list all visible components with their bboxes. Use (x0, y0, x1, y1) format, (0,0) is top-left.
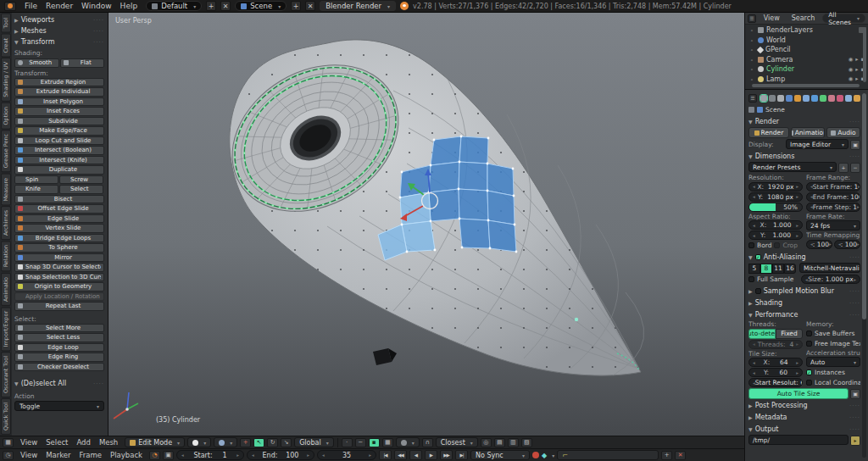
toolshelf-tab[interactable]: Archimes (1, 206, 11, 240)
toolshelf-tab[interactable]: Shading / UV (1, 58, 11, 102)
free-images-checkbox[interactable] (806, 341, 812, 347)
outliner-item[interactable]: ∘ GPencil ◉ ▸ ▪ (750, 45, 866, 55)
opengl-render-icon[interactable]: ▤ (494, 438, 505, 447)
add-scene-button[interactable]: + (291, 1, 301, 11)
expand-icon[interactable]: ∘ (750, 76, 755, 82)
scene-select[interactable]: Scene ▾ (235, 1, 287, 11)
aa-sample-button[interactable]: 8 (760, 264, 772, 274)
tool-button[interactable]: Mirror (14, 253, 104, 263)
insert-keyframe-icon[interactable]: + (661, 451, 672, 460)
outliner-item[interactable]: ∘ Camera ◉ ▸ ▪ (750, 55, 866, 65)
viewport-menu-item[interactable]: Mesh (95, 438, 122, 447)
editor-type-icon[interactable]: ▦ (3, 438, 14, 447)
tool-button[interactable]: Make Edge/Face (14, 126, 104, 136)
tool-button[interactable]: Intersect (Knife) (14, 156, 104, 165)
tool-button[interactable]: Edge Loop (14, 343, 104, 353)
deselect-all-panel-header[interactable]: ▼ (De)select All ···· (14, 378, 104, 389)
delete-keyframe-icon[interactable]: ✕ (675, 451, 686, 460)
snap-element-select[interactable]: Closest▾ (436, 437, 478, 447)
start-frame-field[interactable]: ◂Start Frame:1▸ (806, 182, 860, 192)
shade-flat-button[interactable]: Flat (60, 58, 105, 68)
play-button[interactable]: ▶ (425, 450, 437, 460)
tool-button[interactable]: Extrude Region (14, 78, 104, 87)
menu-item[interactable]: File (20, 2, 42, 10)
aa-sample-button[interactable]: 11 (772, 264, 784, 274)
properties-scrollbar[interactable] (862, 93, 866, 458)
tool-button[interactable]: Subdivide (14, 117, 104, 126)
delete-layout-button[interactable]: ✕ (220, 1, 231, 11)
resolution-y-field[interactable]: ◂Y:1080 px▸ (748, 192, 803, 202)
timeline-menu-item[interactable]: Frame (75, 451, 106, 459)
camera-object[interactable] (373, 348, 392, 365)
add-preset-button[interactable]: + (838, 163, 849, 173)
expand-icon[interactable]: ∘ (750, 47, 755, 53)
visibility-icon[interactable]: ◉ (849, 56, 854, 63)
aa-sample-button[interactable]: 5 (748, 264, 760, 274)
snap-magnet-icon[interactable]: ∩ (422, 438, 433, 447)
output-path-field[interactable]: /tmp/ (748, 435, 849, 445)
properties-editor-icon[interactable]: ☰ (748, 94, 757, 103)
tool-button[interactable]: Spin (14, 175, 58, 185)
orientation-select[interactable]: Global▾ (294, 437, 334, 447)
selectability-icon[interactable]: ▸ (855, 66, 858, 73)
metadata-panel-header[interactable]: ▶Metadata ···· (748, 412, 860, 423)
render-engine-select[interactable]: Blender Render ▾ (320, 1, 396, 11)
manipulator-axes-icon[interactable]: + (240, 438, 251, 447)
post-processing-panel-header[interactable]: ▶Post Processing ···· (748, 400, 860, 411)
lock-time-icon[interactable]: ▣ (163, 451, 174, 460)
active-keying-set-field[interactable]: ⌐ (557, 450, 659, 460)
sync-mode-select[interactable]: No Sync▾ (470, 450, 530, 460)
acceleration-select[interactable]: Auto▾ (806, 357, 860, 367)
frame-step-field[interactable]: ◂Frame Step:1▸ (806, 203, 860, 212)
resolution-scale-slider[interactable]: 50% (748, 203, 803, 212)
expand-icon[interactable]: ∘ (750, 27, 755, 33)
render-panel-header[interactable]: ▼Render ···· (748, 116, 860, 127)
rotate-manipulator-icon[interactable]: ↻ (267, 438, 278, 447)
threads-fixed-button[interactable]: Fixed (776, 329, 803, 339)
timeline-editor-icon[interactable]: ◷ (3, 451, 14, 460)
outliner-hscrollbar[interactable] (752, 84, 860, 87)
outliner-item[interactable]: ∘ Lamp ◉ ▸ ▪ (750, 75, 866, 85)
tool-button[interactable]: Edge Ring (14, 353, 104, 362)
properties-tab-icon[interactable] (803, 95, 810, 102)
delete-scene-button[interactable]: ✕ (305, 1, 315, 11)
properties-tab-icon[interactable] (828, 95, 835, 102)
auto-tile-size-button[interactable]: Auto Tile Size (748, 388, 849, 399)
properties-tab-icon[interactable] (820, 95, 826, 102)
remap-new-field[interactable]: ◂: 100▸ (834, 240, 860, 249)
properties-tab-icon[interactable] (811, 95, 818, 102)
outliner-display-select[interactable]: All Scenes ▾ (822, 14, 865, 23)
render-presets-select[interactable]: Render Presets▾ (748, 162, 837, 172)
full-sample-checkbox[interactable] (748, 276, 754, 282)
crop-checkbox[interactable] (774, 242, 780, 248)
toolshelf-tab[interactable]: Oscurant Tool (1, 352, 11, 397)
expand-icon[interactable]: ∘ (750, 57, 755, 63)
mode-select[interactable]: Edit Mode ▾ (125, 437, 185, 447)
viewport-menu-item[interactable]: Select (42, 438, 72, 447)
jump-to-start-button[interactable]: |◀ (379, 450, 392, 460)
current-frame-field[interactable]: ◂35▸ (317, 450, 376, 460)
toolshelf-tab[interactable]: Measure (1, 174, 11, 206)
visibility-icon[interactable]: ◉ (849, 66, 854, 73)
tool-button[interactable]: Knife (14, 185, 58, 194)
antialiasing-checkbox[interactable]: ✓ (755, 254, 761, 260)
tool-button[interactable]: Inset Polygon (14, 97, 104, 107)
render-button[interactable]: Render (748, 127, 789, 138)
add-layout-button[interactable]: + (206, 1, 216, 11)
menu-item[interactable]: Help (116, 2, 142, 10)
tool-button[interactable]: Loop Cut and Slide (14, 136, 104, 146)
toolshelf-tab[interactable]: Quick Tool (1, 398, 11, 435)
antialiasing-panel-header[interactable]: ▼ ✓ Anti-Aliasing ···· (748, 252, 860, 263)
tool-button[interactable]: Inset Faces (14, 107, 104, 116)
properties-tab-icon[interactable] (769, 95, 776, 102)
threads-auto-button[interactable]: Auto-detect (748, 329, 776, 339)
tool-button[interactable]: Snap Selection to 3D Cursor (14, 273, 104, 282)
keying-set-icon[interactable]: ◆ (542, 452, 547, 459)
viewport-menu-item[interactable]: View (16, 438, 42, 447)
opengl-settings-icon[interactable]: ▧ (521, 438, 532, 447)
timeline-menu-item[interactable]: View (16, 451, 42, 459)
toolshelf-tab[interactable]: Grease Penc (1, 130, 11, 172)
preview-range-icon[interactable]: ◔ (149, 451, 160, 460)
display-select[interactable]: Image Editor▾ (786, 139, 849, 149)
pin-icon[interactable] (748, 107, 754, 113)
